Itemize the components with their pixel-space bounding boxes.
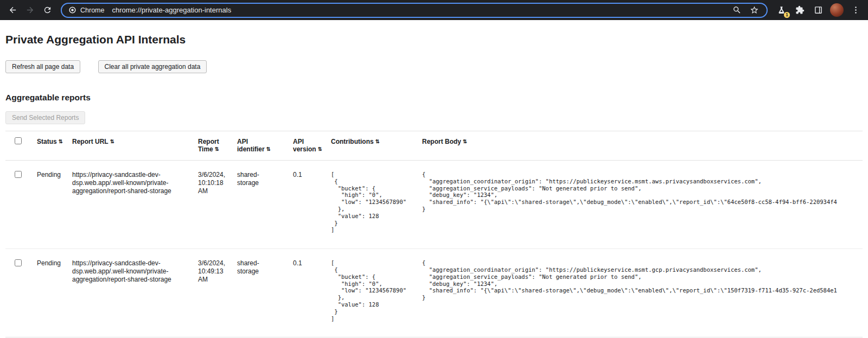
col-header-api-version-label: API version [293,138,316,153]
section-heading: Aggregatable reports [5,93,863,103]
cell-report-url: https://privacy-sandcastle-dev-dsp.web.a… [72,161,198,248]
refresh-button[interactable] [39,2,55,18]
menu-button[interactable] [847,2,864,18]
extensions-button[interactable] [792,2,808,18]
select-all-cell [5,131,37,160]
url-text: chrome://private-aggregation-internals [112,6,729,14]
sort-icon: ⇅ [266,146,271,152]
cell-report-body: { "aggregation_coordinator_origin": "htt… [422,249,863,337]
bookmark-button[interactable] [746,2,762,18]
sort-icon: ⇅ [375,138,380,144]
cell-status: Pending [37,161,72,248]
sort-icon: ⇅ [110,138,114,144]
refresh-all-button[interactable]: Refresh all page data [5,60,80,73]
forward-icon [25,5,35,15]
send-selected-reports-button[interactable]: Send Selected Reports [5,111,85,124]
col-header-api-version[interactable]: API version⇅ [293,131,331,160]
puzzle-icon [795,5,805,15]
row-select-cell [5,161,37,248]
cell-contributions: [ { "bucket": { "high": "0", "low": "123… [331,249,422,337]
cell-api-identifier: shared-storage [237,161,293,248]
col-header-contributions[interactable]: Contributions⇅ [331,131,422,160]
table-row: Pending https://privacy-sandcastle-dev-d… [5,161,863,248]
col-header-status-label: Status [37,138,57,145]
refresh-icon [43,5,52,15]
experiments-badge: 1 [784,12,790,18]
page-content: Private Aggregation API Internals Refres… [0,33,868,337]
profile-avatar[interactable] [830,3,844,17]
page-actions: Refresh all page data Clear all private … [5,60,863,73]
cell-report-time: 3/6/2024, 10:49:13 AM [198,249,237,337]
sort-icon: ⇅ [59,138,63,144]
cell-report-time: 3/6/2024, 10:10:18 AM [198,161,237,248]
row-checkbox[interactable] [15,259,22,266]
back-icon [8,5,17,15]
sort-icon: ⇅ [318,146,322,152]
chip-label: Chrome [80,7,104,14]
col-header-report-body-label: Report Body [422,138,461,145]
select-all-checkbox[interactable] [15,137,22,144]
col-header-contributions-label: Contributions [331,138,374,145]
col-header-report-url-label: Report URL [72,138,108,145]
chrome-logo-icon [68,6,76,14]
kebab-menu-icon [851,5,860,15]
table-row: Pending https://privacy-sandcastle-dev-d… [5,248,863,337]
browser-toolbar: Chrome chrome://private-aggregation-inte… [0,0,868,20]
col-header-report-url[interactable]: Report URL⇅ [72,131,198,160]
forward-button[interactable] [22,2,38,18]
address-bar[interactable]: Chrome chrome://private-aggregation-inte… [61,3,768,18]
cell-status: Pending [37,249,72,337]
sort-icon: ⇅ [463,138,467,144]
magnifier-icon [732,5,742,15]
back-button[interactable] [4,2,21,18]
cell-api-identifier: shared-storage [237,249,293,337]
zoom-button[interactable] [729,2,745,18]
row-select-cell [5,249,37,337]
col-header-api-identifier-label: API identifier [237,138,265,153]
cell-report-url: https://privacy-sandcastle-dev-dsp.web.a… [72,249,198,337]
col-header-report-body[interactable]: Report Body⇅ [422,131,863,160]
reports-table: Status⇅ Report URL⇅ Report Time⇅ API ide… [5,131,863,337]
cell-api-version: 0.1 [293,249,331,337]
experiments-button[interactable]: 1 [773,2,789,18]
side-panel-icon [814,5,823,15]
star-icon [750,5,759,15]
col-header-report-time[interactable]: Report Time⇅ [198,131,237,160]
chrome-url-chip[interactable]: Chrome [68,6,104,14]
side-panel-button[interactable] [810,2,826,18]
cell-contributions: [ { "bucket": { "high": "0", "low": "123… [331,161,422,248]
clear-all-button[interactable]: Clear all private aggregation data [98,60,207,73]
cell-report-body: { "aggregation_coordinator_origin": "htt… [422,161,863,248]
cell-api-version: 0.1 [293,161,331,248]
col-header-api-identifier[interactable]: API identifier⇅ [237,131,293,160]
sort-icon: ⇅ [215,146,219,152]
page-title: Private Aggregation API Internals [5,33,863,46]
row-checkbox[interactable] [15,171,22,178]
table-header-row: Status⇅ Report URL⇅ Report Time⇅ API ide… [5,131,863,161]
col-header-status[interactable]: Status⇅ [37,131,72,160]
